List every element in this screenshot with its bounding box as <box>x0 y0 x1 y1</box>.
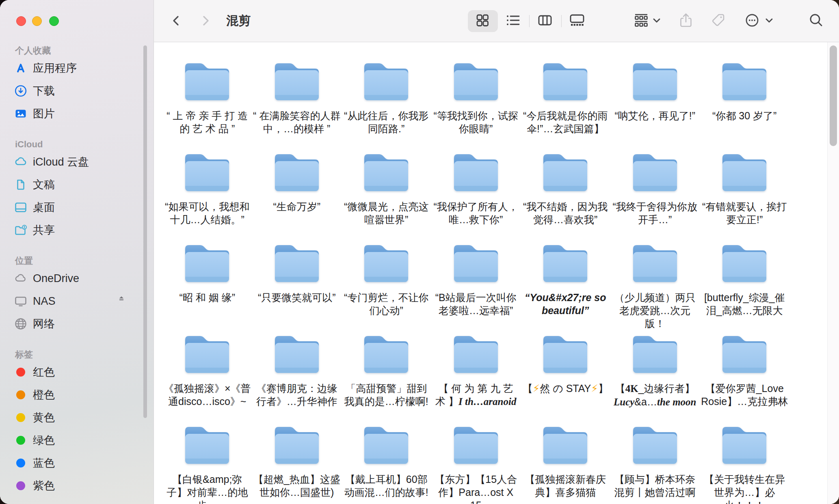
icon-view-button[interactable] <box>474 12 491 30</box>
folder-icon <box>719 423 770 465</box>
sidebar-section-header: 个人收藏 <box>0 45 154 57</box>
folder-item[interactable]: “我终于舍得为你放开手…” <box>610 144 700 235</box>
folder-icon <box>361 60 411 102</box>
folder-item[interactable]: “呐艾伦，再见了!” <box>610 53 700 144</box>
folder-item[interactable]: 「高甜预警」甜到我真的是…柠檬啊! <box>342 326 431 417</box>
zoom-window-button[interactable] <box>49 16 59 26</box>
folder-item[interactable]: “等我找到你，试探你眼睛” <box>431 53 521 144</box>
tag-button[interactable] <box>709 12 727 30</box>
folder-item[interactable]: 【顾与】桥本环奈混剪丨她曾活过啊 <box>610 417 700 504</box>
sidebar-item-onedrive[interactable]: OneDrive <box>0 267 154 290</box>
sidebar-item-tag-blue[interactable]: 蓝色 <box>0 452 154 474</box>
search-button[interactable] <box>807 12 825 30</box>
main-scrollbar-thumb[interactable] <box>830 45 837 146</box>
folder-icon <box>540 423 590 465</box>
folder-item[interactable]: “微微晨光，点亮这喧嚣世界” <box>342 144 431 235</box>
folder-item[interactable]: “我保护了所有人，唯…救下你” <box>431 144 521 235</box>
sidebar-item-label: 下载 <box>33 84 55 98</box>
list-view-button[interactable] <box>504 12 522 30</box>
forward-button[interactable] <box>197 12 214 30</box>
folder-icon <box>540 60 590 102</box>
gallery-view-button[interactable] <box>568 12 586 30</box>
folder-item[interactable]: 《孤独摇滚》×《普通disco…isco》~ <box>162 326 252 417</box>
more-actions-button[interactable] <box>743 12 761 30</box>
folder-item[interactable]: 【戴上耳机】60部动画混…们的故事! <box>342 417 431 504</box>
sidebar-item-network[interactable]: 网络 <box>0 312 154 335</box>
sidebar-item-pictures[interactable]: 图片 <box>0 102 154 125</box>
sidebar-item-tag-yellow[interactable]: 黄色 <box>0 406 154 429</box>
folder-item[interactable]: “昭 和 姻 缘” <box>162 235 252 326</box>
folder-item[interactable]: “只要微笑就可以” <box>252 235 342 326</box>
folder-item[interactable]: “ 在满脸笑容的人群中，…的模样 ” <box>252 53 342 144</box>
sidebar-item-documents[interactable]: 文稿 <box>0 173 154 196</box>
folder-icon <box>272 332 322 375</box>
finder-window: 个人收藏应用程序下载图片iCloudiCloud 云盘文稿桌面共享位置OneDr… <box>0 0 839 504</box>
sidebar-scrollbar[interactable] <box>143 45 147 418</box>
tag-color-dot <box>16 481 25 490</box>
folder-item[interactable]: “专门剪烂，不让你们心动” <box>342 235 431 326</box>
main-scrollbar-track[interactable] <box>827 42 839 504</box>
sidebar-item-desktop[interactable]: 桌面 <box>0 196 154 219</box>
sidebar-item-tag-orange[interactable]: 橙色 <box>0 383 154 406</box>
folder-item[interactable]: 【 何 为 第 九 艺 术 】I th…aranoid <box>431 326 521 417</box>
folder-item[interactable]: 《赛博朋克：边缘行者》…升华神作 <box>252 326 342 417</box>
folder-item[interactable]: “我不结婚，因为我觉得…喜欢我” <box>521 144 610 235</box>
pictures-icon <box>14 107 28 121</box>
folder-item[interactable]: 【关于我转生在异世界为…】必火！！！ <box>700 417 789 504</box>
sidebar-item-label: 黄色 <box>33 410 55 425</box>
minimize-window-button[interactable] <box>32 16 42 26</box>
group-by-chevron[interactable] <box>652 12 662 30</box>
folder-item[interactable]: 【爱你罗茜_Love Rosie】…克拉弗林 <box>700 326 789 417</box>
back-button[interactable] <box>167 12 185 30</box>
sidebar-item-downloads[interactable]: 下载 <box>0 80 154 102</box>
folder-label: “呐艾伦，再见了!” <box>611 109 699 122</box>
folder-item[interactable]: 【孤独摇滚新春庆典】喜多猫猫 <box>521 417 610 504</box>
folder-item[interactable]: 【⚡然 の STAY⚡】 <box>521 326 610 417</box>
folder-item[interactable]: “ 上 帝 亲 手 打 造 的 艺 术 品 ” <box>162 53 252 144</box>
folder-icon <box>630 60 680 102</box>
folder-item[interactable]: “有错就要认，挨打要立正!” <box>700 144 789 235</box>
folder-item[interactable]: “从此往后，你我形同陌路.” <box>342 53 431 144</box>
eject-icon[interactable] <box>117 294 126 306</box>
folder-item[interactable]: “You&#x27;re so beautiful” <box>521 235 610 326</box>
sidebar-item-icloud-drive[interactable]: iCloud 云盘 <box>0 151 154 173</box>
sidebar-item-shared[interactable]: 共享 <box>0 219 154 241</box>
folder-label: “专门剪烂，不让你们心动” <box>342 291 430 317</box>
column-view-button[interactable] <box>536 12 554 30</box>
folder-label: “从此往后，你我形同陌路.” <box>342 109 430 135</box>
folder-item[interactable]: “如果可以，我想和十几…人结婚。” <box>162 144 252 235</box>
list-view-icon <box>506 13 521 29</box>
sidebar-item-tag-purple[interactable]: 紫色 <box>0 474 154 497</box>
folder-label: “我不结婚，因为我觉得…喜欢我” <box>521 200 609 226</box>
folder-icon <box>630 241 680 284</box>
folder-item[interactable]: 【白银&amp;弥子】对前辈…的地步。 <box>162 417 252 504</box>
folder-item[interactable]: 【超燃_热血】这盛世如你…国盛世) <box>252 417 342 504</box>
folder-item[interactable]: 【东方】【15人合作】Para…ost X 15 <box>431 417 521 504</box>
sidebar-section-header: 位置 <box>0 255 154 267</box>
sidebar-item-label: 蓝色 <box>33 456 55 470</box>
folder-item[interactable]: （少儿频道）两只老虎爱跳…次元版！ <box>610 235 700 326</box>
folder-icon <box>719 151 770 193</box>
grid-view-icon <box>475 13 490 29</box>
network-globe-icon <box>14 317 28 331</box>
share-button[interactable] <box>677 12 695 30</box>
sidebar-section: iCloudiCloud 云盘文稿桌面共享 <box>0 138 154 241</box>
folder-item[interactable]: [butterfly_综漫_催泪_高燃…无限大 <box>700 235 789 326</box>
folder-item[interactable]: “今后我就是你的雨伞!”…玄武国篇】 <box>521 53 610 144</box>
sidebar-item-applications[interactable]: 应用程序 <box>0 57 154 80</box>
folder-label: “如果可以，我想和十几…人结婚。” <box>163 200 251 226</box>
folder-item[interactable]: “B站最后一次叫你老婆啦…远幸福” <box>431 235 521 326</box>
sidebar-item-tag-red[interactable]: 红色 <box>0 361 154 383</box>
folder-icon <box>451 332 501 375</box>
folder-item[interactable]: “生命万岁” <box>252 144 342 235</box>
sidebar-item-tag-green[interactable]: 绿色 <box>0 429 154 452</box>
group-by-button[interactable] <box>632 12 650 30</box>
tag-color-dot <box>16 390 25 399</box>
sidebar-item-label: 紫色 <box>33 478 55 493</box>
folder-item[interactable]: 【4K_边缘行者】Lucy&a…the moon <box>610 326 700 417</box>
more-actions-chevron[interactable] <box>764 12 774 30</box>
close-window-button[interactable] <box>16 16 26 26</box>
sidebar-item-nas[interactable]: NAS <box>0 290 154 312</box>
folder-label: “只要微笑就可以” <box>253 291 341 304</box>
folder-item[interactable]: “你都 30 岁了” <box>700 53 789 144</box>
